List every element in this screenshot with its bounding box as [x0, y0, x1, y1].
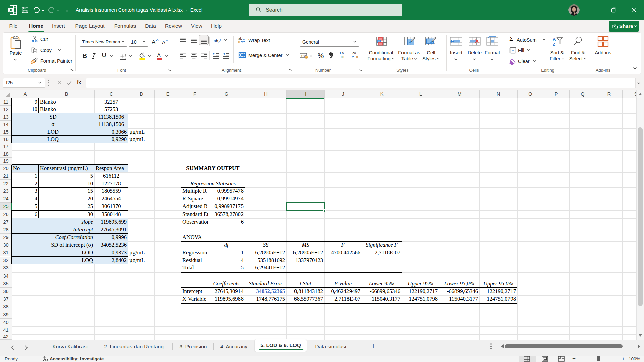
svg-text:0: 0	[356, 55, 358, 59]
svg-text:A: A	[162, 39, 165, 45]
svg-text:.00: .00	[340, 55, 344, 59]
svg-text:Z: Z	[553, 42, 555, 46]
svg-text:A: A	[152, 39, 156, 45]
svg-text:ab: ab	[214, 39, 218, 43]
svg-text:0: 0	[342, 52, 344, 55]
svg-text:A: A	[553, 37, 556, 42]
svg-text:c: c	[238, 40, 240, 44]
svg-text:.00: .00	[352, 52, 356, 55]
svg-text:A: A	[157, 52, 161, 59]
